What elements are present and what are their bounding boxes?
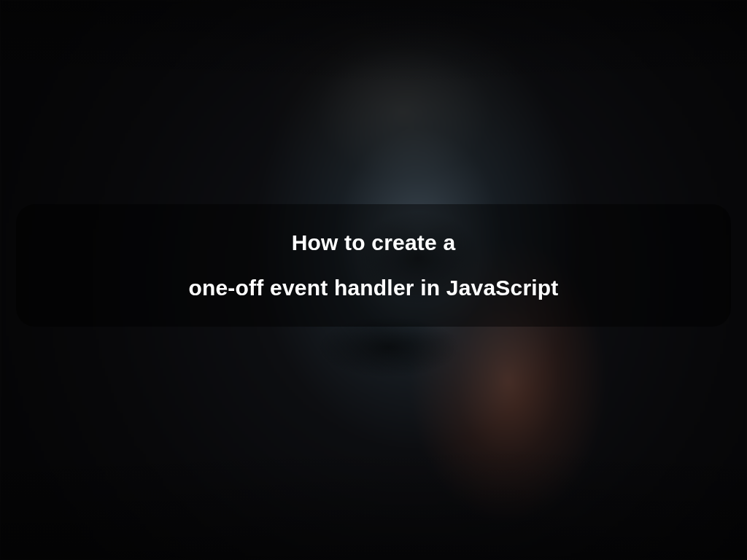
title-line-2: one-off event handler in JavaScript [188,276,558,300]
title-card: How to create a one-off event handler in… [16,204,731,327]
title-line-1: How to create a [292,230,456,255]
